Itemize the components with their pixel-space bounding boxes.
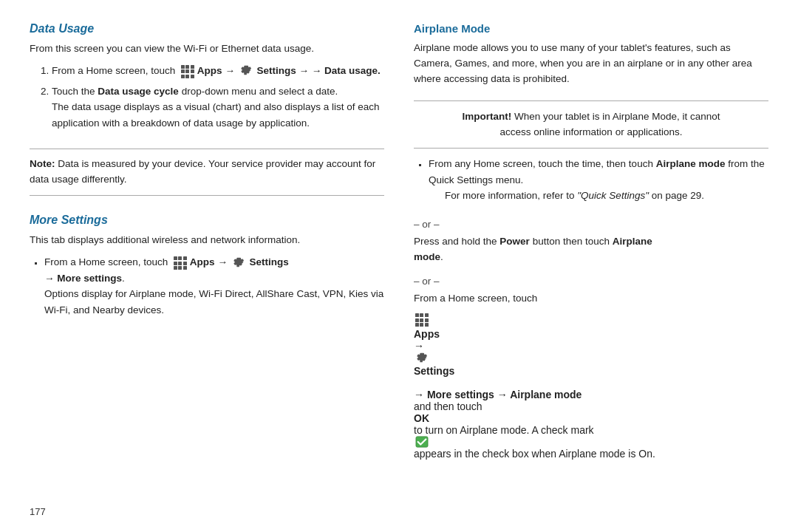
mode-bold: mode (414, 251, 440, 262)
settings-label-3: Settings (414, 365, 768, 377)
settings-label: Settings (256, 65, 296, 76)
step2-text: Touch the (52, 86, 95, 97)
page-footer: 177 (30, 506, 46, 517)
data-usage-intro: From this screen you can view the Wi-Fi … (30, 41, 384, 57)
page-number: 177 (30, 506, 46, 517)
airplane-bullet-1: From any Home screen, touch the time, th… (429, 156, 768, 204)
more-settings-title: More Settings (30, 214, 384, 227)
bullet1-extra-block: For more information, refer to "Quick Se… (445, 188, 768, 204)
arrow1: → (225, 65, 237, 76)
page-container: Data Usage From this screen you can view… (0, 0, 798, 532)
step2-suffix: drop-down menu and select a date. (182, 86, 338, 97)
step2-extra: The data usage displays as a visual (cha… (52, 101, 380, 129)
step1-suffix: → → Data usage. (299, 65, 380, 76)
step-1: From a Home screen, touch Apps → Setting… (52, 63, 384, 79)
apps-label: Apps (197, 65, 222, 76)
bullet1-italic: "Quick Settings" (577, 190, 649, 201)
more-bullet-list: From a Home screen, touch Apps → Setting… (37, 254, 384, 322)
more-bullet-1: From a Home screen, touch Apps → Setting… (44, 254, 384, 318)
note-box: Note: Data is measured by your device. Y… (30, 149, 384, 196)
more-settings-arrow: → More settings → Airplane mode (414, 389, 768, 400)
bullet1-bold: Airplane mode (656, 158, 726, 169)
apps-icon-2 (172, 256, 185, 269)
or-line-1: – or – (414, 219, 768, 230)
important-bold: Important! (463, 111, 512, 122)
settings-label-2: Settings (249, 256, 288, 267)
airplane-mode-title: Airplane Mode (414, 22, 768, 35)
from-home-suffix3: to turn on Airplane mode. A check mark (414, 424, 768, 436)
important-text: When your tablet is in Airplane Mode, it… (514, 111, 720, 122)
data-usage-title: Data Usage (30, 22, 384, 35)
apps-label-2: Apps (190, 256, 215, 267)
note-bold: Note: (30, 158, 55, 169)
settings-icon-2 (232, 256, 245, 269)
more-step1-extra: Options display for Airplane mode, Wi-Fi… (44, 288, 383, 316)
important-text2: access online information or application… (500, 126, 683, 137)
step1-prefix: From a Home screen, touch (52, 65, 175, 76)
bullet1-extra: For more information, refer to (445, 190, 577, 201)
important-box: Important! When your tablet is in Airpla… (414, 100, 768, 149)
bullet1-page: on page 29. (649, 190, 704, 201)
settings-icon (239, 64, 253, 77)
step2-bold: Data usage cycle (98, 86, 179, 97)
press-hold-suffix: button then touch (533, 236, 613, 247)
from-home-prefix: From a Home screen, touch (414, 293, 540, 304)
airplane-mode-bold2: Airplane (613, 236, 652, 247)
more-step1-suffix: → More settings (44, 273, 122, 284)
apps-icon-3 (542, 291, 555, 304)
or-line-2: – or – (414, 276, 768, 287)
apps-label-3: Apps (414, 328, 768, 340)
settings-icon-3 (415, 351, 429, 364)
apps-icon (180, 64, 193, 77)
press-hold-text: Press and hold the Power button then tou… (414, 234, 768, 265)
press-hold-prefix: Press and hold the (414, 236, 497, 247)
step-2: Touch the Data usage cycle drop-down men… (52, 83, 384, 132)
appears-text: appears in the check box when Airplane m… (414, 448, 768, 460)
and-then: and then touch (414, 400, 768, 412)
airplane-bullet-list: From any Home screen, touch the time, th… (421, 156, 768, 208)
note-text: Data is measured by your device. Your se… (30, 158, 375, 185)
more-settings-intro: This tab displays additional wireless an… (30, 233, 384, 248)
more-step1-prefix: From a Home screen, touch (44, 256, 168, 267)
bullet1-text: From any Home screen, touch the time, th… (429, 158, 653, 169)
checkmark-icon (415, 436, 429, 448)
from-home-text: From a Home screen, touch (414, 291, 768, 307)
steps-list: From a Home screen, touch Apps → Setting… (44, 63, 384, 135)
power-bold: Power (499, 236, 530, 247)
right-column: Airplane Mode Airplane mode allows you t… (414, 22, 768, 510)
ok-bold: OK (414, 412, 768, 424)
airplane-intro: Airplane mode allows you to use many of … (414, 41, 768, 87)
left-column: Data Usage From this screen you can view… (30, 22, 384, 510)
